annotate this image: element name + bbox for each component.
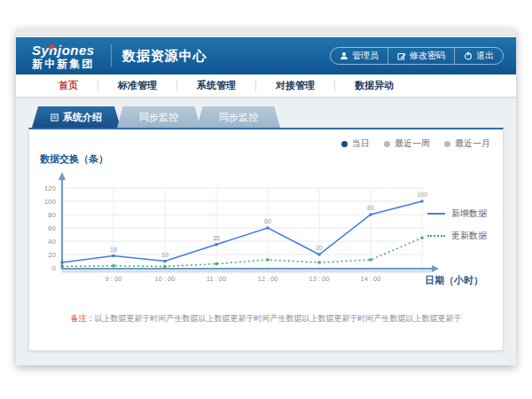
svg-text:100: 100 xyxy=(44,198,57,206)
nav-item-standards[interactable]: 标准管理 xyxy=(98,79,176,92)
power-icon xyxy=(464,51,473,60)
svg-text:20: 20 xyxy=(48,251,56,259)
y-axis-title: 数据交换（条） xyxy=(40,153,108,166)
tab-label: 同步监控 xyxy=(139,111,178,124)
filter-today[interactable]: 当日 xyxy=(341,137,370,150)
edit-icon xyxy=(397,51,406,60)
nav-item-system[interactable]: 系统管理 xyxy=(177,79,255,92)
content-area: 系统介绍 同步监控 同步监控 当日 最近一周 xyxy=(16,98,516,351)
line-chart: 0204060801001209 : 0010 : 0011 : 0012 : … xyxy=(31,168,444,293)
header-divider xyxy=(111,44,112,67)
legend-item-updated-data: 更新数据 xyxy=(427,230,487,242)
svg-text:12 : 00: 12 : 00 xyxy=(258,275,278,283)
svg-text:100: 100 xyxy=(417,192,427,198)
svg-text:80: 80 xyxy=(367,205,374,211)
change-password-button[interactable]: 修改密码 xyxy=(387,48,454,64)
legend-label: 新增数据 xyxy=(451,207,487,220)
app-window: Synjones 新中新集团 数据资源中心 管理员 修改密码 xyxy=(16,28,516,365)
time-range-filters: 当日 最近一周 最近一月 xyxy=(341,137,490,150)
footnote: 备注：以上数据更新于时间产生数据以上数据更新于时间产生数据以上数据更新于时间产生… xyxy=(29,313,503,325)
logout-label: 退出 xyxy=(476,50,494,62)
blue-line-swatch xyxy=(427,213,445,215)
svg-text:40: 40 xyxy=(48,238,56,246)
user-button[interactable]: 管理员 xyxy=(331,48,387,64)
tab-label: 同步监控 xyxy=(219,111,258,124)
user-icon xyxy=(340,51,348,60)
svg-text:60: 60 xyxy=(48,224,56,232)
legend-label: 更新数据 xyxy=(451,230,487,242)
radio-icon xyxy=(444,141,450,147)
filter-last-month[interactable]: 最近一月 xyxy=(444,137,490,150)
chart-legend: 新增数据 更新数据 xyxy=(427,207,487,242)
filter-label: 最近一月 xyxy=(455,137,490,150)
tab-bar: 系统介绍 同步监控 同步监控 xyxy=(32,106,504,128)
svg-text:35: 35 xyxy=(213,235,220,241)
svg-text:14 : 00: 14 : 00 xyxy=(361,275,381,283)
filter-label: 最近一周 xyxy=(395,137,430,150)
page-title: 数据资源中心 xyxy=(122,48,207,65)
svg-text:10 : 00: 10 : 00 xyxy=(155,275,176,283)
legend-item-new-data: 新增数据 xyxy=(427,207,487,220)
svg-text:18: 18 xyxy=(110,246,117,253)
svg-text:11 : 00: 11 : 00 xyxy=(207,275,226,283)
svg-text:10: 10 xyxy=(161,252,168,258)
window-top-strip xyxy=(16,28,516,37)
footnote-text: 以上数据更新于时间产生数据以上数据更新于时间产生数据以上数据更新于时间产生数据以… xyxy=(95,314,462,323)
svg-text:60: 60 xyxy=(264,218,271,224)
user-label: 管理员 xyxy=(352,50,379,62)
filter-label: 当日 xyxy=(352,137,370,150)
logout-button[interactable]: 退出 xyxy=(454,48,503,64)
x-axis-title: 日期（小时） xyxy=(425,274,483,287)
logo-text-cn: 新中新集团 xyxy=(32,59,94,69)
nav-item-data-changes[interactable]: 数据异动 xyxy=(335,79,413,92)
tab-label: 系统介绍 xyxy=(63,111,102,124)
radio-icon xyxy=(384,141,390,147)
document-icon xyxy=(51,113,59,121)
svg-text:0: 0 xyxy=(52,264,57,272)
svg-text:9 : 00: 9 : 00 xyxy=(106,275,122,283)
nav-item-integration[interactable]: 对接管理 xyxy=(256,79,334,92)
chart-panel: 当日 最近一周 最近一月 数据交换（条） 0204060801001209 : … xyxy=(28,128,504,351)
main-nav: 首页 标准管理 系统管理 对接管理 数据异动 xyxy=(16,74,516,98)
svg-text:80: 80 xyxy=(48,211,56,219)
footnote-prefix: 备注： xyxy=(71,314,95,323)
tab-sync-monitor-1[interactable]: 同步监控 xyxy=(117,106,200,128)
header: Synjones 新中新集团 数据资源中心 管理员 修改密码 xyxy=(16,37,516,74)
svg-text:20: 20 xyxy=(316,245,323,251)
logo-text-en: Synjones xyxy=(32,43,95,57)
svg-text:120: 120 xyxy=(44,184,57,192)
tab-sync-monitor-2[interactable]: 同步监控 xyxy=(197,106,280,128)
green-dotted-swatch xyxy=(427,235,445,237)
header-user-controls: 管理员 修改密码 退出 xyxy=(330,47,504,65)
radio-selected-icon xyxy=(341,141,348,147)
change-password-label: 修改密码 xyxy=(410,50,445,62)
tab-system-intro[interactable]: 系统介绍 xyxy=(32,106,121,128)
svg-text:13 : 00: 13 : 00 xyxy=(309,275,330,283)
filter-last-week[interactable]: 最近一周 xyxy=(384,137,430,150)
nav-item-home[interactable]: 首页 xyxy=(39,79,98,92)
logo: Synjones 新中新集团 xyxy=(27,43,100,69)
